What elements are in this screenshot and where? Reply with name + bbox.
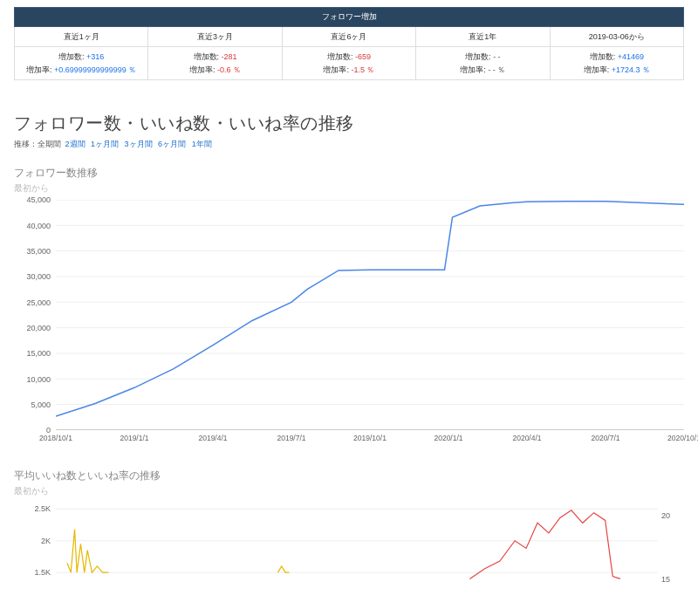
- x-tick: 2020/7/1: [591, 434, 619, 442]
- stats-col-header: 2019-03-06から: [550, 27, 683, 47]
- filter-option-selected: 全期間: [38, 140, 64, 148]
- y-tick: 30,000: [26, 272, 51, 281]
- section-title: フォロワー数・いいね数・いいね率の推移: [14, 112, 684, 135]
- filter-option[interactable]: 2週間: [65, 140, 86, 148]
- chart-title: フォロワー数推移: [14, 166, 684, 181]
- y-tick: 40,000: [26, 222, 51, 230]
- x-tick: 2019/1/1: [120, 434, 148, 442]
- chart-subtitle: 最初から: [14, 485, 684, 497]
- y-tick: 15,000: [26, 349, 51, 358]
- stats-cell: 増加数: +316増加率: +0.69999999999999 ％: [15, 47, 148, 80]
- chart-area: 1.5K2K2.5K 1520: [14, 503, 684, 607]
- y-tick: 2.5K: [34, 504, 51, 513]
- chart-likes: 平均いいね数といいね率の推移 最初から 1.5K2K2.5K 1520: [14, 469, 684, 607]
- chart-subtitle: 最初から: [14, 182, 684, 195]
- x-tick: 2020/10/1: [667, 434, 698, 442]
- y-tick: 20,000: [26, 324, 51, 332]
- y-tick: 45,000: [26, 195, 51, 204]
- y-tick: 10,000: [26, 375, 51, 384]
- stats-col-header: 直近1年: [416, 27, 550, 47]
- chart-title: 平均いいね数といいね率の推移: [14, 469, 684, 483]
- stats-col-header: 直近3ヶ月: [148, 27, 282, 47]
- range-filter: 推移：全期間 2週間 1ヶ月間 3ヶ月間 6ヶ月間 1年間: [14, 139, 684, 150]
- stats-cell: 増加数: -659増加率: -1.5 ％: [282, 47, 415, 80]
- stats-cell: 増加数: - -増加率: - - ％: [416, 47, 550, 80]
- x-tick: 2018/10/1: [39, 434, 72, 442]
- filter-option[interactable]: 1ヶ月間: [91, 140, 119, 148]
- y-tick: 5,000: [31, 400, 51, 409]
- y-tick: 1.5K: [34, 568, 51, 577]
- x-tick: 2019/4/1: [198, 434, 227, 442]
- x-tick: 2020/4/1: [512, 434, 541, 442]
- follower-growth-table: フォロワー増加 直近1ヶ月直近3ヶ月直近6ヶ月直近1年2019-03-06から …: [14, 7, 684, 80]
- y-tick: 2K: [41, 537, 51, 545]
- y-tick-right: 20: [661, 511, 670, 520]
- y-tick: 35,000: [26, 247, 51, 256]
- x-tick: 2019/7/1: [277, 434, 305, 442]
- stats-col-header: 直近6ヶ月: [282, 27, 415, 47]
- filter-prefix: 推移：: [14, 140, 38, 148]
- y-tick-right: 15: [661, 575, 670, 584]
- stats-header: フォロワー増加: [15, 8, 684, 27]
- chart-followers: フォロワー数推移 最初から 05,00010,00015,00020,00025…: [14, 166, 684, 446]
- filter-option[interactable]: 3ヶ月間: [125, 140, 153, 148]
- filter-option[interactable]: 6ヶ月間: [158, 140, 186, 148]
- stats-col-header: 直近1ヶ月: [15, 27, 148, 47]
- stats-cell: 増加数: +41469増加率: +1724.3 ％: [550, 47, 683, 80]
- y-tick: 25,000: [26, 298, 51, 307]
- x-tick: 2019/10/1: [353, 434, 387, 442]
- x-tick: 2020/1/1: [434, 434, 462, 442]
- stats-cell: 増加数: -281増加率: -0.6 ％: [148, 47, 282, 80]
- filter-option[interactable]: 1年間: [192, 140, 212, 148]
- chart-area: 05,00010,00015,00020,00025,00030,00035,0…: [14, 200, 684, 446]
